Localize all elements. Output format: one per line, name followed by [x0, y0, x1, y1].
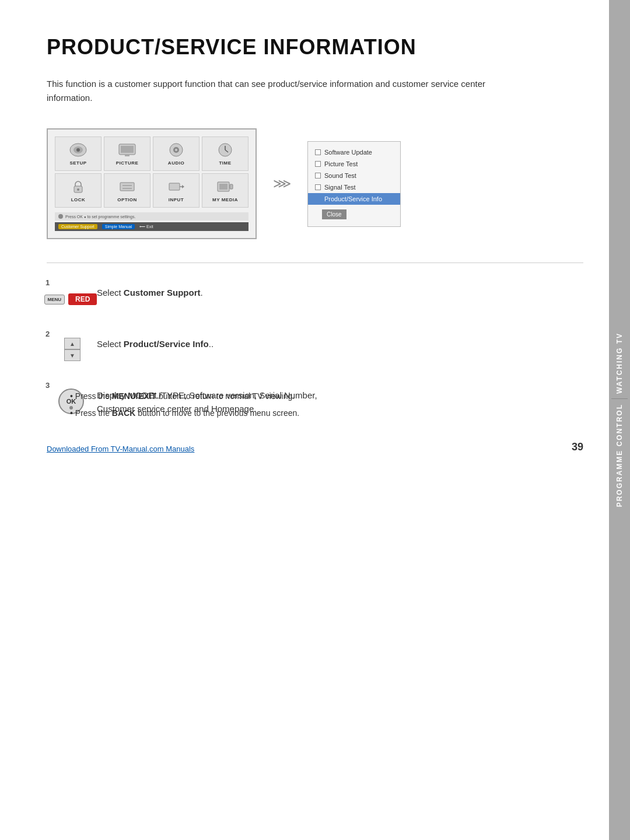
page-number: 39 [572, 441, 583, 453]
picture-label: PICTURE [116, 160, 139, 166]
submenu-panel: Software Update Picture Test Sound Test … [307, 141, 401, 227]
step-2-icon: 2 ▲ ▼ [47, 332, 88, 367]
lock-label: LOCK [71, 197, 86, 202]
menu-item-audio: AUDIO [153, 136, 200, 171]
time-label: TIME [219, 160, 231, 166]
audio-icon [166, 142, 187, 158]
sidebar-text-2: PROGRAMME CONTROL [615, 404, 624, 507]
submenu-close-button[interactable]: Close [322, 209, 346, 219]
svg-point-8 [175, 149, 177, 151]
section-divider [47, 262, 583, 263]
sidebar-text-1: WATCHING TV [615, 332, 624, 394]
exit-btn: ⟵ Exit [139, 225, 153, 229]
svg-rect-14 [120, 183, 134, 191]
step-1-text: Select Customer Support. [97, 281, 203, 300]
input-icon [166, 178, 187, 195]
menu-item-lock: LOCK [55, 173, 102, 208]
menu-item-setup: SETUP [55, 136, 102, 171]
nav-down-button: ▼ [64, 349, 80, 361]
checkbox-signal-test [315, 184, 321, 190]
step-1-icon: 1 MENU RED [47, 281, 88, 316]
checkbox-product-service-info [315, 196, 321, 202]
audio-label: AUDIO [168, 160, 184, 166]
step-3-number: 3 [46, 381, 50, 390]
submenu-product-service-info: Product/Service Info [308, 193, 400, 205]
press-instruction: Press OK ● to set programme settings. [65, 215, 135, 219]
svg-marker-19 [182, 185, 184, 188]
submenu-sound-test: Sound Test [308, 170, 400, 181]
tv-ui-area: SETUP PICTURE [47, 128, 583, 239]
checkbox-sound-test [315, 173, 321, 178]
step-1-row: 1 MENU RED Select Customer Support. [47, 281, 583, 316]
submenu-signal-test: Signal Test [308, 181, 400, 193]
menu-button: MENU [44, 295, 65, 304]
yellow-btn: Customer Support [58, 224, 97, 229]
notes-section: • Press the MENU/EXIT button to return t… [47, 390, 299, 424]
nav-up-button: ▲ [64, 338, 80, 349]
step-2-number: 2 [46, 330, 50, 338]
page-description: This function is a customer support func… [47, 77, 525, 105]
step-1-number: 1 [46, 278, 50, 287]
menu-item-input: INPUT [153, 173, 200, 208]
time-icon [215, 142, 236, 158]
svg-rect-22 [230, 184, 233, 189]
right-sidebar: WATCHING TV PROGRAMME CONTROL [609, 0, 630, 840]
dot-indicator [58, 214, 63, 219]
picture-icon [117, 142, 138, 158]
footer-link[interactable]: Downloaded From TV-Manual.com Manuals [47, 444, 194, 453]
checkbox-software-update [315, 149, 321, 155]
svg-rect-5 [125, 155, 130, 156]
svg-rect-4 [121, 146, 134, 153]
svg-rect-21 [219, 184, 228, 190]
mymedia-label: MY MEDIA [212, 197, 238, 202]
arrow-right: ⋙ [273, 176, 291, 191]
setup-icon [68, 142, 89, 158]
sidebar-divider [611, 398, 628, 399]
menu-item-time: TIME [202, 136, 249, 171]
menu-item-picture: PICTURE [104, 136, 150, 171]
svg-point-2 [76, 148, 80, 152]
note-1: • Press the MENU/EXIT button to return t… [70, 390, 299, 402]
mymedia-icon [215, 178, 236, 195]
menu-item-mymedia: MY MEDIA [202, 173, 249, 208]
page-title: PRODUCT/SERVICE INFORMATION [47, 35, 583, 60]
option-icon [117, 178, 138, 195]
menu-item-option: OPTION [104, 173, 150, 208]
submenu-picture-test: Picture Test [308, 158, 400, 170]
svg-point-13 [77, 188, 79, 191]
tv-screen: SETUP PICTURE [47, 128, 257, 239]
svg-rect-17 [169, 183, 180, 190]
step-2-row: 2 ▲ ▼ Select Product/Service Info.. [47, 332, 583, 367]
option-label: OPTION [117, 197, 137, 202]
note-2: • Press the BACK button to move to the p… [70, 407, 299, 419]
submenu-close-wrap: Close [308, 205, 400, 222]
lock-icon [68, 178, 89, 195]
input-label: INPUT [169, 197, 184, 202]
tv-menu-grid: SETUP PICTURE [55, 136, 249, 208]
setup-label: SETUP [69, 160, 86, 166]
checkbox-picture-test [315, 161, 321, 167]
red-button: RED [68, 293, 97, 305]
submenu-software-update: Software Update [308, 146, 400, 158]
step-2-text: Select Product/Service Info.. [97, 332, 214, 351]
blue-btn: Simple Manual [102, 224, 135, 229]
